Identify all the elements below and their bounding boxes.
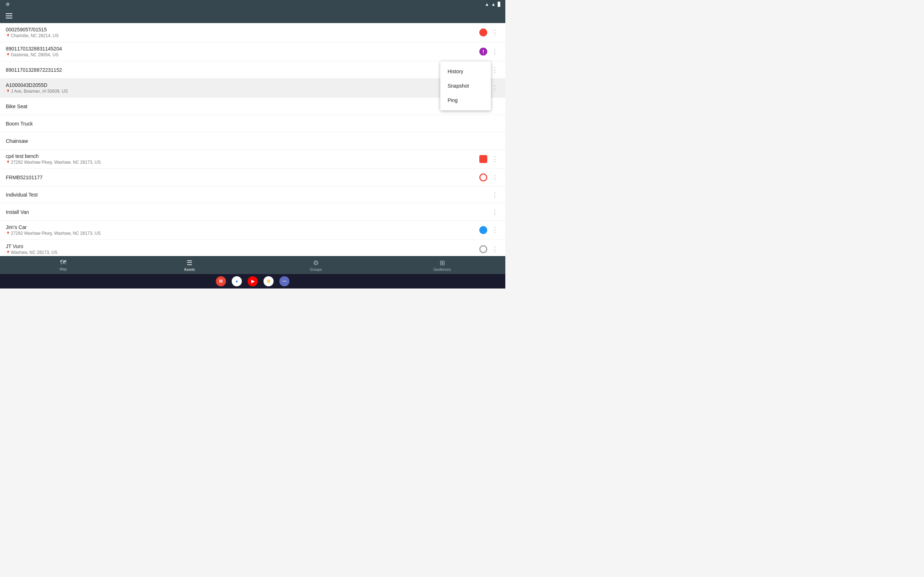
dropdown-item-history[interactable]: History [440,64,491,79]
asset-list-item[interactable]: 89011701328872231152 ⋮ [0,61,505,79]
asset-name: Individual Test [6,192,490,198]
asset-actions: ⋮ [479,226,499,235]
asset-name: Install Van [6,209,490,215]
asset-name: Boom Truck [6,121,499,127]
location-pin-icon: 📍 [6,161,10,164]
asset-info: Install Van [6,209,490,215]
asset-list-item[interactable]: Bike Seat [0,98,505,115]
assets-icon: ☰ [187,259,192,267]
more-options-button[interactable]: ⋮ [490,65,499,75]
nav-label: Geofences [433,268,451,272]
more-options-button[interactable]: ⋮ [490,28,499,37]
nav-item-groups[interactable]: ⚙ Groups [253,259,379,272]
location-text: Charlotte, NC 28214, US [11,33,59,38]
asset-actions: ⋮ [479,173,499,182]
status-indicator-red-square [479,155,487,163]
nav-label: Assets [184,268,195,272]
nav-item-map[interactable]: 🗺 Map [0,259,126,271]
hamburger-menu-icon[interactable] [6,13,12,18]
taskbar-app-gmail[interactable]: M [216,276,226,286]
asset-info: Bike Seat [6,103,499,109]
asset-info: Boom Truck [6,121,499,127]
asset-info: JT Vuro 📍 Waxhaw, NC 28173, US [6,243,479,255]
asset-name: 89011701328831145204 [6,46,479,52]
asset-info: 89011701328872231152 [6,67,490,73]
asset-location: 📍 J Ave, Beaman, IA 50609, US [6,89,479,94]
status-indicator-red-filled [479,29,487,36]
more-options-button[interactable]: ⋮ [490,47,499,56]
location-text: Waxhaw, NC 28173, US [11,250,57,255]
asset-list-item[interactable]: cp4 test bench 📍 27292 Waxhaw Pkwy, Waxh… [0,150,505,169]
signal-icon: ▲ [491,2,496,7]
status-indicator-red-outline [479,174,487,181]
asset-actions: ⋮ [479,245,499,254]
status-bar: ⚙ ▲ ▲ ▊ [0,0,505,9]
asset-info: cp4 test bench 📍 27292 Waxhaw Pkwy, Waxh… [6,153,479,165]
taskbar-app-youtube[interactable]: ▶ [247,276,258,286]
location-pin-icon: 📍 [6,89,10,93]
asset-list-item[interactable]: 89011701328831145204 📍 Gastonia, NC 2805… [0,42,505,61]
settings-icon: ⚙ [6,2,10,7]
more-options-button[interactable]: ⋮ [490,173,499,182]
more-options-button[interactable]: ⋮ [490,83,499,93]
more-options-button[interactable]: ⋮ [490,207,499,217]
asset-info: 89011701328831145204 📍 Gastonia, NC 2805… [6,46,479,57]
asset-list: 00025905T/01515 📍 Charlotte, NC 28214, U… [0,23,505,256]
asset-name: cp4 test bench [6,153,479,159]
asset-actions: ⋮ [479,154,499,164]
battery-icon: ▊ [498,2,501,7]
nav-label: Map [60,267,66,271]
dropdown-item-snapshot[interactable]: Snapshot [440,79,491,93]
taskbar-app-more[interactable]: ⋯ [279,276,289,286]
asset-info: Chainsaw [6,138,499,144]
asset-name: A1000043D2055D [6,82,479,88]
asset-actions: ⋮ [490,190,499,200]
asset-list-item[interactable]: Install Van ⋮ [0,203,505,221]
asset-list-item[interactable]: Individual Test ⋮ [0,186,505,203]
asset-info: Individual Test [6,192,490,198]
android-taskbar: M●▶✿⋯ [0,274,505,288]
asset-list-item[interactable]: Chainsaw [0,132,505,150]
status-indicator-purple: ! [479,48,487,56]
location-pin-icon: 📍 [6,34,10,38]
asset-location: 📍 Gastonia, NC 28054, US [6,52,479,57]
geofences-icon: ⊞ [439,259,445,267]
taskbar-app-photos[interactable]: ✿ [263,276,274,286]
more-options-button[interactable]: ⋮ [490,190,499,200]
nav-item-assets[interactable]: ☰ Assets [126,259,253,272]
taskbar-app-chrome[interactable]: ● [232,276,242,286]
dropdown-item-ping[interactable]: Ping [440,93,491,108]
app-bar [0,9,505,23]
asset-location: 📍 27292 Waxhaw Pkwy, Waxhaw, NC 28173, U… [6,160,479,165]
asset-info: 00025905T/01515 📍 Charlotte, NC 28214, U… [6,27,479,38]
location-text: Gastonia, NC 28054, US [11,52,58,57]
asset-info: A1000043D2055D 📍 J Ave, Beaman, IA 50609… [6,82,479,94]
more-options-button[interactable]: ⋮ [490,226,499,235]
asset-location: 📍 Waxhaw, NC 28173, US [6,250,479,255]
asset-name: Bike Seat [6,103,499,109]
asset-location: 📍 Charlotte, NC 28214, US [6,33,479,38]
more-options-button[interactable]: ⋮ [490,154,499,164]
asset-list-item[interactable]: A1000043D2055D 📍 J Ave, Beaman, IA 50609… [0,79,505,98]
location-pin-icon: 📍 [6,232,10,235]
asset-name: JT Vuro [6,243,479,249]
asset-list-item[interactable]: Jim's Car 📍 27292 Waxhaw Pkwy, Waxhaw, N… [0,221,505,240]
asset-actions: ⋮ [490,207,499,217]
more-options-button[interactable]: ⋮ [490,245,499,254]
asset-list-item[interactable]: Boom Truck [0,115,505,132]
wifi-icon: ▲ [485,2,489,7]
asset-info: FRMB52101177 [6,174,479,180]
map-icon: 🗺 [60,259,66,266]
asset-name: Chainsaw [6,138,499,144]
nav-item-geofences[interactable]: ⊞ Geofences [379,259,505,272]
asset-actions: ⋮ [479,28,499,37]
status-indicator-grey-outline [479,245,487,253]
status-bar-right: ▲ ▲ ▊ [485,2,501,7]
asset-list-item[interactable]: JT Vuro 📍 Waxhaw, NC 28173, US ⋮ [0,240,505,256]
groups-icon: ⚙ [313,259,319,267]
asset-actions: ⋮ [490,65,499,75]
location-pin-icon: 📍 [6,53,10,57]
asset-list-item[interactable]: 00025905T/01515 📍 Charlotte, NC 28214, U… [0,23,505,42]
location-text: 27292 Waxhaw Pkwy, Waxhaw, NC 28173, US [11,231,101,236]
asset-list-item[interactable]: FRMB52101177 ⋮ [0,169,505,186]
